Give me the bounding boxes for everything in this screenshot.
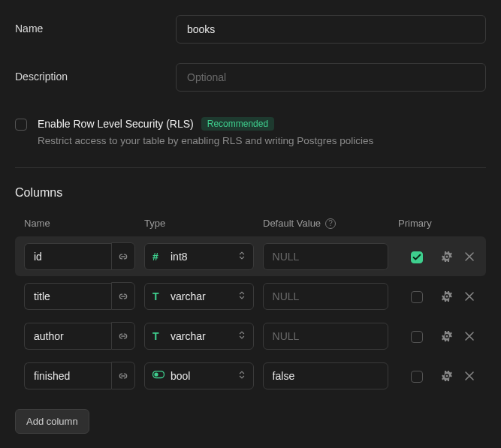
gear-icon [441,330,453,342]
rls-block: Enable Row Level Security (RLS) Recommen… [15,117,486,146]
rls-description: Restrict access to your table by enablin… [38,135,486,146]
link-icon [117,291,129,302]
gear-icon [441,290,453,302]
header-type: Type [144,218,263,229]
column-row: varcharT [15,316,486,356]
close-icon [463,290,475,302]
column-remove-button[interactable] [462,329,477,344]
column-remove-button[interactable] [462,368,477,383]
description-label: Description [15,63,176,83]
column-name-input[interactable] [24,323,111,350]
header-primary: Primary [398,218,443,229]
close-icon [463,330,475,342]
column-settings-button[interactable] [439,329,454,344]
column-type-select[interactable]: varcharT [144,323,254,350]
chevron-updown-icon [237,249,247,263]
column-type-select[interactable]: bool [144,362,254,389]
rls-title: Enable Row Level Security (RLS) [38,118,194,130]
link-icon [117,331,129,341]
column-default-input[interactable] [263,243,389,270]
foreign-key-button[interactable] [111,362,135,389]
primary-checkbox[interactable] [411,251,423,263]
column-headers: Name Type Default Value ? Primary [15,218,486,236]
text-icon: T [152,290,159,302]
column-default-input[interactable] [263,283,389,310]
column-name-input[interactable] [24,362,111,389]
primary-checkbox[interactable] [411,291,423,303]
close-icon [463,251,475,263]
foreign-key-button[interactable] [111,242,135,270]
column-row: int8# [15,236,486,276]
chevron-updown-icon [237,368,247,383]
foreign-key-button[interactable] [111,322,135,350]
column-default-input[interactable] [263,362,389,389]
foreign-key-button[interactable] [111,282,135,310]
primary-checkbox[interactable] [411,371,423,383]
column-remove-button[interactable] [462,289,477,304]
link-icon [117,251,129,262]
column-name-input[interactable] [24,243,111,270]
header-name: Name [24,218,144,229]
check-icon [412,252,422,263]
close-icon [463,370,475,382]
recommended-badge: Recommended [201,117,274,131]
help-icon[interactable]: ? [325,218,336,229]
name-label: Name [15,15,176,35]
column-settings-button[interactable] [439,249,454,264]
column-settings-button[interactable] [439,289,454,304]
column-type-select[interactable]: varcharT [144,283,254,310]
column-row: bool [15,356,486,395]
columns-section-title: Columns [15,186,486,200]
column-name-input[interactable] [24,283,111,310]
gear-icon [441,370,453,382]
column-type-select[interactable]: int8# [144,243,254,270]
column-remove-button[interactable] [462,249,477,264]
description-input[interactable] [176,63,486,92]
svg-point-1 [154,372,158,376]
primary-checkbox[interactable] [411,331,423,343]
column-settings-button[interactable] [439,368,454,383]
link-icon [117,371,129,381]
chevron-updown-icon [237,329,247,343]
bool-icon [152,370,164,382]
rls-checkbox[interactable] [15,119,27,131]
hash-icon: # [152,251,158,263]
column-default-input[interactable] [263,323,389,350]
header-default: Default Value ? [263,218,398,229]
chevron-updown-icon [237,289,247,303]
divider [15,167,486,168]
gear-icon [441,251,453,263]
name-input[interactable] [176,15,486,44]
text-icon: T [152,330,159,342]
add-column-button[interactable]: Add column [15,409,89,434]
column-row: varcharT [15,276,486,316]
